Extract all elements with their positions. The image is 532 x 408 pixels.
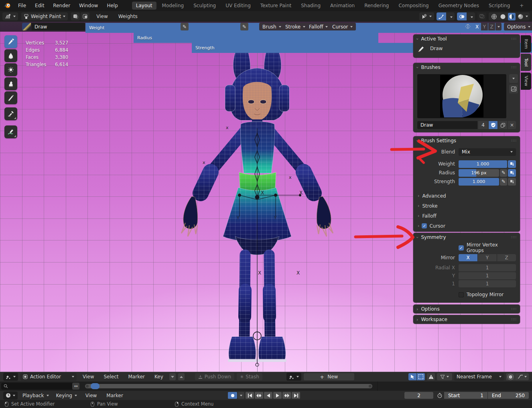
workspace-tab-sculpting[interactable]: Sculpting <box>189 2 220 10</box>
tool-gradient-button[interactable] <box>4 91 17 104</box>
unified-strength-toggle[interactable] <box>508 178 516 186</box>
previous-keyframe-button[interactable] <box>255 392 263 399</box>
gizmo-dropdown[interactable] <box>448 14 455 19</box>
object-visibility-button[interactable] <box>419 12 434 20</box>
radial-y-field[interactable]: 1 <box>459 272 516 279</box>
push-down-button[interactable]: Push Down <box>195 373 234 380</box>
scrollbar-handle-left[interactable] <box>86 385 89 388</box>
dopesheet-marker-menu[interactable]: Marker <box>125 373 148 381</box>
editor-type-button[interactable] <box>2 12 18 20</box>
section-falloff[interactable]: › Falloff <box>413 212 520 220</box>
timeline-view-menu[interactable]: View <box>82 392 100 400</box>
weight-slider[interactable]: 1.000 <box>459 160 507 168</box>
brush-image-button[interactable] <box>509 85 518 93</box>
menu-window[interactable]: Window <box>75 2 102 10</box>
workspace-tab-shading[interactable]: Shading <box>297 2 325 10</box>
scrollbar-handle-right[interactable] <box>369 385 372 388</box>
shading-material-button[interactable] <box>508 13 516 20</box>
proportional-edit-button[interactable] <box>506 373 515 380</box>
tool-draw-button[interactable] <box>4 35 17 48</box>
radial-x-field[interactable]: 1 <box>459 264 516 271</box>
interpolation-button[interactable] <box>515 373 529 380</box>
panel-workspace-header[interactable]: › Workspace ∷∷ <box>413 315 520 324</box>
only-errors-button[interactable] <box>427 373 435 380</box>
panel-grip-icon[interactable]: ∷∷ <box>512 317 517 321</box>
new-action-button[interactable]: + New <box>304 373 354 380</box>
weight-slider[interactable]: Weight1.000 <box>85 23 532 33</box>
timeline-marker-menu[interactable]: Marker <box>103 392 126 400</box>
panel-brushes-header[interactable]: › Brushes ∷∷ <box>413 63 520 72</box>
section-stroke[interactable]: › Stroke <box>413 202 520 210</box>
mode-selector[interactable]: Weight Paint <box>21 12 68 20</box>
strength-slider[interactable]: 1.000 <box>459 178 499 186</box>
panel-grip-icon[interactable]: ∷∷ <box>512 235 517 239</box>
dopesheet-editor-type-button[interactable] <box>3 373 18 381</box>
dopesheet-view-menu[interactable]: View <box>79 373 97 381</box>
shading-wireframe-button[interactable] <box>490 13 498 20</box>
panel-grip-icon[interactable]: ∷∷ <box>512 307 517 311</box>
play-reverse-button[interactable] <box>264 392 272 399</box>
workspace-tab-texture-paint[interactable]: Texture Paint <box>256 2 295 10</box>
tool-smear-button[interactable] <box>4 77 17 90</box>
frame-start-field[interactable]: Start1 <box>444 392 487 399</box>
shading-solid-button[interactable] <box>499 13 507 20</box>
brush-user-count[interactable]: 4 <box>478 121 488 129</box>
show-overlays-toggle[interactable] <box>457 12 467 20</box>
box-select-button[interactable] <box>417 373 425 380</box>
mirror-x-toggle[interactable]: X <box>459 254 477 261</box>
panel-brush-settings-header[interactable]: › Brush Settings ∷∷ <box>413 136 520 145</box>
add-workspace-button[interactable]: + <box>516 2 528 10</box>
panel-symmetry-header[interactable]: › Symmetry ∷∷ <box>413 233 520 242</box>
channel-search-input[interactable] <box>1 383 76 390</box>
menu-help[interactable]: Help <box>103 2 121 10</box>
panel-grip-icon[interactable]: ∷∷ <box>512 37 517 41</box>
timeline-editor-type-button[interactable] <box>3 392 18 400</box>
paint-mask-vertex-toggle[interactable] <box>81 12 89 20</box>
paint-mask-face-toggle[interactable] <box>71 12 80 20</box>
next-keyframe-button[interactable] <box>282 392 291 399</box>
timeline-scrollbar[interactable] <box>85 384 372 388</box>
dopesheet-key-menu[interactable]: Key <box>151 373 167 381</box>
duplicate-icon[interactable] <box>498 121 507 129</box>
tool-blur-button[interactable] <box>4 49 17 62</box>
workspace-tab-modeling[interactable]: Modeling <box>158 2 188 10</box>
blender-logo-icon[interactable] <box>3 2 11 9</box>
blend-select[interactable]: Mix <box>459 148 516 156</box>
shading-rendered-button[interactable] <box>517 13 524 20</box>
panel-grip-icon[interactable]: ∷∷ <box>512 65 517 69</box>
play-button[interactable] <box>273 392 282 399</box>
workspace-tab-geometry-nodes[interactable]: Geometry Nodes <box>435 2 483 10</box>
tab-tool[interactable]: Tool <box>521 54 531 71</box>
dopesheet-select-menu[interactable]: Select <box>100 373 122 381</box>
snap-mode-select[interactable]: Nearest Frame <box>454 373 504 381</box>
workspace-tab-animation[interactable]: Animation <box>326 2 359 10</box>
unlink-close-icon[interactable]: × <box>508 121 516 129</box>
workspace-tab-layout[interactable]: Layout <box>132 2 156 10</box>
mirror-z-toggle[interactable]: Z <box>497 254 516 261</box>
tab-item[interactable]: Item <box>521 35 531 53</box>
tool-average-button[interactable] <box>4 63 17 76</box>
playback-menu[interactable]: Playback <box>20 392 51 400</box>
panel-active-tool-header[interactable]: › Active Tool ∷∷ <box>413 34 520 43</box>
shading-dropdown[interactable] <box>526 16 528 17</box>
overlays-dropdown[interactable] <box>469 14 475 19</box>
brush-select-dropdown[interactable] <box>509 74 518 83</box>
jump-to-end-button[interactable] <box>292 392 300 399</box>
weight-paint-character-mesh[interactable] <box>173 34 341 374</box>
use-preview-range-toggle[interactable] <box>436 392 444 399</box>
expand-channels-button[interactable]: ↔ <box>72 383 79 390</box>
brush-thumbnail-button[interactable] <box>22 23 31 30</box>
cursor-checkbox[interactable]: ✓ <box>422 223 427 228</box>
jump-to-start-button[interactable] <box>246 392 254 399</box>
brush-name-field[interactable]: Draw <box>31 23 85 30</box>
current-frame-field[interactable]: 2 <box>404 392 433 399</box>
action-id-button[interactable] <box>286 373 301 381</box>
workspace-tab-rendering[interactable]: Rendering <box>360 2 393 10</box>
tab-view[interactable]: View <box>521 73 531 90</box>
panel-grip-icon[interactable]: ∷∷ <box>512 139 517 143</box>
section-advanced[interactable]: › Advanced <box>413 192 520 200</box>
viewport-view-menu[interactable]: View <box>93 12 111 20</box>
playhead-current-frame[interactable] <box>91 383 99 389</box>
strength-pressure-icon[interactable]: ✎ <box>500 178 507 186</box>
brush-preview[interactable] <box>417 74 506 118</box>
